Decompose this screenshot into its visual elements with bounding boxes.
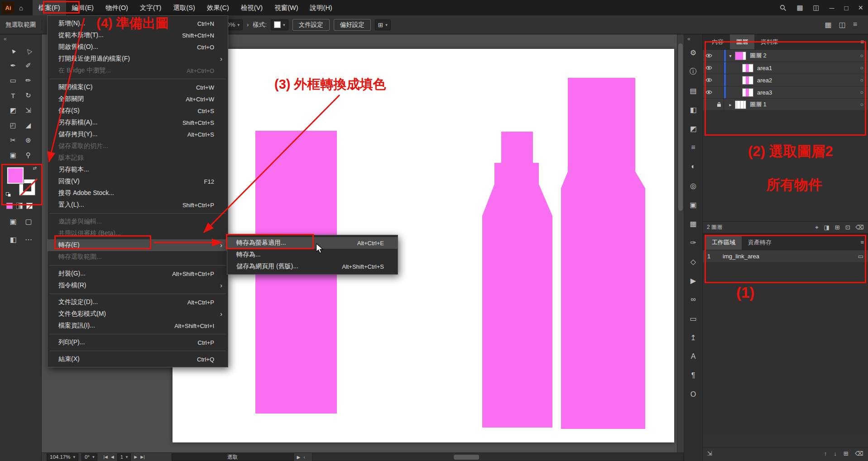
- layer-row[interactable]: ▾ 圖層 2 ○: [703, 50, 868, 62]
- transparency-icon[interactable]: ◐: [684, 157, 702, 176]
- pencil-tool[interactable]: ✏: [21, 75, 36, 86]
- eyedropper-tool[interactable]: ◢: [21, 119, 36, 131]
- swap-fill-stroke-icon[interactable]: ⇄: [33, 166, 37, 171]
- artboards-icon[interactable]: ▭: [684, 309, 702, 328]
- file-menu-item[interactable]: 轉存(E) ›: [48, 239, 228, 251]
- layer-name[interactable]: area1: [757, 65, 855, 71]
- paintbrush-tool[interactable]: ✐: [21, 60, 36, 71]
- collapse-tools-icon[interactable]: «: [0, 34, 41, 42]
- menubar-item[interactable]: 檢視(V): [235, 0, 269, 15]
- minimize-button[interactable]: ─: [825, 0, 839, 15]
- file-menu-item[interactable]: 另存新檔(A)... Shift+Ctrl+S: [48, 117, 228, 128]
- target-circle-icon[interactable]: ○: [855, 77, 868, 83]
- menubar-item[interactable]: 物件(O): [100, 0, 134, 15]
- artboard-tool[interactable]: ▣: [5, 149, 21, 161]
- menubar-item[interactable]: 檔案(F): [33, 0, 66, 15]
- asset-export-icon[interactable]: ↥: [684, 328, 702, 347]
- first-artboard-button[interactable]: |◀: [103, 455, 107, 459]
- close-button[interactable]: ×: [853, 0, 868, 15]
- artboard-row[interactable]: 1 img_link_area ▭: [703, 250, 868, 263]
- rotate-tool[interactable]: ↻: [21, 90, 36, 101]
- paragraph-icon[interactable]: ¶: [684, 366, 702, 385]
- opacity-panel-chevron[interactable]: ›: [247, 21, 249, 28]
- locate-object-icon[interactable]: ⌖: [815, 224, 818, 231]
- menubar-item[interactable]: 編輯(E): [66, 0, 100, 15]
- horizontal-scrollbar-thumb[interactable]: [454, 455, 479, 460]
- default-swatches-icon[interactable]: [6, 192, 11, 197]
- navigator-icon[interactable]: ▤: [684, 81, 702, 100]
- edit-toolbar-icon[interactable]: ⋯: [21, 233, 36, 245]
- visibility-toggle[interactable]: [703, 78, 715, 82]
- file-menu-item[interactable]: 儲存(S) Ctrl+S: [48, 105, 228, 117]
- symbols-icon[interactable]: ◇: [684, 252, 702, 271]
- color-mode-icon[interactable]: [6, 203, 13, 209]
- layer-row[interactable]: area2 ○: [703, 74, 868, 86]
- file-menu-item[interactable]: 轉存選取範圍...: [48, 251, 228, 263]
- export-submenu-item[interactable]: 儲存為網頁用 (舊版)... Alt+Shift+Ctrl+S: [227, 261, 398, 272]
- vertical-scrollbar[interactable]: [677, 34, 684, 452]
- eraser-tool[interactable]: ◩: [5, 105, 21, 116]
- rotation-dropdown[interactable]: 0°▾: [82, 453, 98, 461]
- file-menu-item[interactable]: 另存範本...: [48, 164, 228, 176]
- layer-name[interactable]: area2: [757, 77, 855, 84]
- search-icon[interactable]: [775, 0, 791, 15]
- layer-name[interactable]: area3: [757, 89, 855, 96]
- file-menu-item[interactable]: 列印(P)... Ctrl+P: [48, 337, 228, 348]
- pen-tool[interactable]: ✒: [5, 60, 21, 71]
- lock-toggle[interactable]: [715, 53, 724, 58]
- lock-toggle[interactable]: [715, 77, 724, 83]
- align-dropdown[interactable]: ⊞▾: [375, 19, 391, 30]
- menubar-item[interactable]: 視窗(W): [269, 0, 304, 15]
- screen-mode-icon[interactable]: ◧: [5, 233, 21, 245]
- panel-menu-icon[interactable]: ≡: [860, 38, 864, 45]
- file-menu-item[interactable]: 版本記錄: [48, 152, 228, 164]
- layer-name[interactable]: 圖層 2: [750, 52, 855, 60]
- panel-tab[interactable]: 資產轉存: [742, 235, 778, 250]
- prev-artboard-button[interactable]: ◀: [111, 455, 114, 459]
- arrange-documents-icon[interactable]: ▦: [825, 20, 831, 29]
- lock-toggle[interactable]: [715, 65, 724, 71]
- move-down-icon[interactable]: ↓: [834, 450, 837, 457]
- panel-layout-icon[interactable]: ◫: [839, 20, 846, 29]
- expand-chevron-icon[interactable]: ▸: [726, 102, 735, 107]
- gradient-icon[interactable]: ◩: [684, 119, 702, 138]
- last-artboard-button[interactable]: ▶|: [140, 455, 144, 459]
- file-menu-item[interactable]: 儲存選取的切片...: [48, 140, 228, 152]
- visibility-toggle[interactable]: [703, 90, 715, 95]
- links-icon[interactable]: ∞: [684, 290, 702, 309]
- vertical-scrollbar-thumb[interactable]: [678, 43, 683, 211]
- color-icon[interactable]: ◧: [684, 100, 702, 119]
- artboard-page-icon[interactable]: ▭: [858, 253, 863, 260]
- gradient-tool[interactable]: ◰: [5, 119, 21, 131]
- home-icon[interactable]: ⌂: [14, 0, 28, 15]
- menu-icon[interactable]: ≡: [853, 20, 857, 29]
- layer-thumbnail[interactable]: [742, 64, 753, 72]
- current-artboard-dropdown[interactable]: 1▾: [117, 453, 131, 461]
- new-layer-icon[interactable]: ⊡: [845, 224, 850, 231]
- preferences-button[interactable]: 偏好設定: [334, 19, 371, 31]
- file-menu-item[interactable]: 打開最近使用過的檔案(F) ›: [48, 53, 228, 65]
- file-menu-item[interactable]: 置入(L)... Shift+Ctrl+P: [48, 199, 228, 211]
- panel-tab[interactable]: 圖層: [730, 34, 754, 49]
- layer-thumbnail[interactable]: [742, 88, 753, 97]
- swatches-icon[interactable]: ▦: [684, 214, 702, 233]
- file-menu-item[interactable]: 關閉檔案(C) Ctrl+W: [48, 81, 228, 93]
- layer-row[interactable]: area3 ○: [703, 86, 868, 99]
- file-menu-item[interactable]: 文件色彩模式(M) ›: [48, 308, 228, 320]
- delete-layer-icon[interactable]: ⌫: [856, 224, 864, 231]
- style-dropdown[interactable]: ▾: [271, 19, 288, 30]
- resize-icon[interactable]: ⇲: [707, 450, 712, 457]
- brushes-icon[interactable]: ✑: [684, 233, 702, 252]
- info-icon[interactable]: ⓘ: [684, 62, 702, 81]
- draw-normal-icon[interactable]: ▣: [5, 215, 21, 227]
- file-menu-item[interactable]: 封裝(G)... Alt+Shift+Ctrl+P: [48, 268, 228, 280]
- file-menu-item[interactable]: 結束(X) Ctrl+Q: [48, 353, 228, 365]
- layer-thumbnail[interactable]: [742, 76, 753, 85]
- play-icon[interactable]: ▶: [297, 455, 301, 460]
- delete-artboard-icon[interactable]: ⌫: [855, 450, 863, 457]
- new-sublayer-icon[interactable]: ⊞: [835, 224, 840, 231]
- file-menu-item[interactable]: 指令檔(R) ›: [48, 280, 228, 291]
- none-mode-icon[interactable]: [26, 203, 33, 209]
- panel-menu-icon[interactable]: ≡: [860, 239, 864, 246]
- visibility-toggle[interactable]: [703, 102, 715, 107]
